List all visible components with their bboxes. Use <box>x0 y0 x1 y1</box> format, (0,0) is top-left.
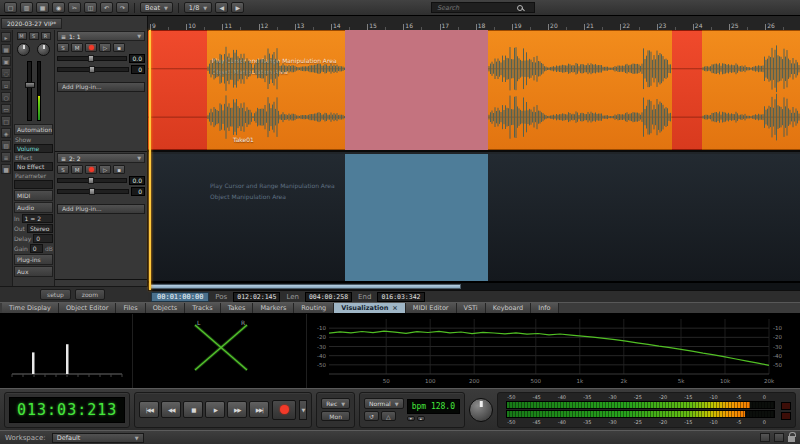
lock-tool-icon[interactable]: ■ <box>1 164 11 174</box>
loop-button[interactable]: ↺ <box>364 411 379 421</box>
curve-tool-icon[interactable]: ◌ <box>1 68 11 78</box>
grid-icon[interactable] <box>774 433 784 442</box>
forward-button[interactable]: ▶▶ <box>227 401 247 418</box>
tab-tracks[interactable]: Tracks <box>185 303 220 313</box>
record-options-dropdown[interactable]: ▼ <box>299 400 307 420</box>
tab-time-display[interactable]: Time Display <box>2 303 59 313</box>
close-icon[interactable]: × <box>392 304 397 312</box>
scissors-icon[interactable]: ✂ <box>68 2 81 13</box>
track-title-bar[interactable]: ≡ 2: 2 ▼ <box>57 153 145 163</box>
clip-indicator-left[interactable] <box>781 402 791 410</box>
monitor-toggle-button[interactable]: Mon <box>321 411 350 421</box>
arrow-tool-icon[interactable]: ▸ <box>1 32 11 42</box>
tab-vsti[interactable]: VSTi <box>457 303 486 313</box>
glue-icon[interactable]: ◫ <box>84 2 97 13</box>
audio-clip-waveform[interactable] <box>702 30 800 150</box>
volume-slider-handle[interactable] <box>88 55 94 62</box>
plug-ins-section-header[interactable]: Plug-ins <box>14 254 53 265</box>
volume-slider[interactable] <box>57 178 127 183</box>
search-box[interactable] <box>431 2 535 13</box>
add-plugin-button[interactable]: Add Plug-in... <box>57 204 145 214</box>
audio-section-header[interactable]: Audio <box>14 202 53 213</box>
goto-start-button[interactable]: |◀◀ <box>139 401 159 418</box>
solo-button[interactable]: S <box>57 43 69 52</box>
zoom-button[interactable]: zoom <box>75 289 105 300</box>
show-select[interactable]: Volume <box>14 144 53 153</box>
play-cursor[interactable] <box>149 30 151 290</box>
scrollbar-thumb[interactable] <box>149 284 461 289</box>
cut-tool-icon[interactable]: ▫ <box>1 80 11 90</box>
tab-objects[interactable]: Objects <box>146 303 186 313</box>
tab-midi-editor[interactable]: MIDI Editor <box>406 303 457 313</box>
track-1-lane[interactable]: Play Cursor and Range Manipulation Area … <box>148 30 800 152</box>
tab-keyboard[interactable]: Keyboard <box>486 303 532 313</box>
time-display[interactable]: 013:03:213 <box>9 397 125 423</box>
magnet-icon[interactable]: ◉ <box>52 2 65 13</box>
tab-routing[interactable]: Routing <box>294 303 334 313</box>
tab-object-editor[interactable]: Object Editor <box>59 303 116 313</box>
parameter-select[interactable] <box>14 180 53 189</box>
pan-knob[interactable] <box>37 43 50 56</box>
undo-icon[interactable]: ↶ <box>100 2 113 13</box>
play-button[interactable]: ▶ <box>205 401 225 418</box>
grid-division-select[interactable]: 1/8▼ <box>184 2 212 13</box>
pan-slider-handle[interactable] <box>89 66 95 73</box>
out-field[interactable]: Stereo <box>27 224 53 233</box>
add-plugin-button[interactable]: Add Plug-in... <box>57 82 145 92</box>
play-mode-select[interactable]: Normal▼ <box>364 398 404 409</box>
metronome-button[interactable]: △ <box>381 411 396 421</box>
monitor-button[interactable]: ▷ <box>99 165 111 174</box>
beat-select[interactable]: Beat▼ <box>140 2 173 13</box>
clip-indicator-right[interactable] <box>781 412 791 420</box>
volume-slider[interactable] <box>57 56 127 61</box>
track-2-lane[interactable]: Play Cursor and Range Manipulation Area … <box>148 154 800 282</box>
mute-button[interactable]: M <box>71 165 83 174</box>
range-selection[interactable] <box>345 30 488 150</box>
automation-section-header[interactable]: Automation <box>14 124 53 135</box>
pitch-tool-icon[interactable]: ◈ <box>1 128 11 138</box>
solo-button[interactable]: S <box>57 165 69 174</box>
fader-handle[interactable] <box>25 82 35 88</box>
grid-time-display[interactable]: 00:01:00:00 <box>151 292 209 302</box>
audio-clip-waveform[interactable]: Play Cursor and Range Manipulation Area … <box>207 30 345 150</box>
record-mode-select[interactable]: Rec▼ <box>321 398 350 409</box>
horizontal-scrollbar[interactable] <box>148 282 800 290</box>
stop-button[interactable]: ■ <box>183 401 203 418</box>
lock-button[interactable]: ▪ <box>113 43 125 52</box>
tempo-knob[interactable] <box>469 398 493 422</box>
tab-markers[interactable]: Markers <box>253 303 294 313</box>
audio-clip[interactable] <box>672 30 702 150</box>
step-back-icon[interactable]: ◀ <box>215 2 228 13</box>
mute-button[interactable]: M <box>71 43 83 52</box>
drag-handle-icon[interactable]: ≡ <box>61 155 66 162</box>
record-arm-button[interactable] <box>85 165 97 174</box>
redo-icon[interactable]: ↷ <box>116 2 129 13</box>
volume-slider-handle[interactable] <box>88 177 94 184</box>
pan-slider[interactable] <box>57 189 129 194</box>
object-tool-icon[interactable]: ▣ <box>1 56 11 66</box>
volume-knob[interactable] <box>17 43 30 56</box>
record-button[interactable] <box>272 400 296 420</box>
audio-clip-waveform[interactable] <box>488 30 672 150</box>
list-tool-icon[interactable]: ≡ <box>1 152 11 162</box>
tab-files[interactable]: Files <box>116 303 145 313</box>
color-tool-icon[interactable]: ▧ <box>1 140 11 150</box>
goto-end-button[interactable]: ▶▶| <box>249 401 269 418</box>
chevron-down-icon[interactable]: ▼ <box>137 33 141 39</box>
snap-icon[interactable] <box>760 433 770 442</box>
range-selection[interactable] <box>345 154 488 281</box>
range-tool-icon[interactable]: ▦ <box>1 44 11 54</box>
workspace-select[interactable]: Default▼ <box>52 433 144 443</box>
search-icon[interactable] <box>517 5 523 11</box>
arrange-area[interactable]: Play Cursor and Range Manipulation Area … <box>148 30 800 302</box>
bpm-down-button[interactable]: ▾ <box>407 416 415 421</box>
tab-info[interactable]: Info <box>531 303 558 313</box>
bpm-display[interactable]: bpm 128.0 <box>407 399 460 414</box>
record-arm-button[interactable] <box>85 43 97 52</box>
mute-tool-icon[interactable]: □ <box>1 116 11 126</box>
tab-takes[interactable]: Takes <box>221 303 254 313</box>
track-title-bar[interactable]: ≡ 1: 1 ▼ <box>57 31 145 41</box>
gain-field[interactable]: 0 <box>30 244 43 253</box>
drag-handle-icon[interactable]: ≡ <box>61 33 66 40</box>
zoom-tool-icon[interactable]: ○ <box>1 92 11 102</box>
